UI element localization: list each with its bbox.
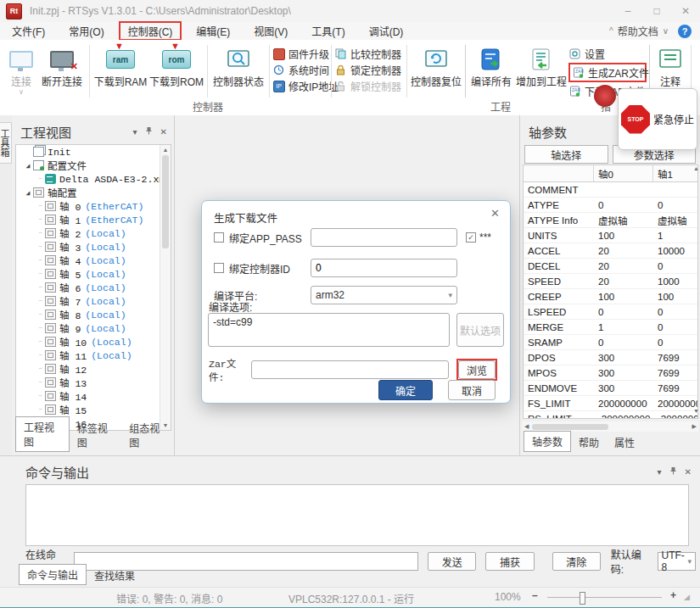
settings-button[interactable]: 设置: [568, 46, 647, 62]
controller-id-input[interactable]: [311, 259, 457, 277]
download-ram-button[interactable]: ▼ram 下载到RAM: [92, 43, 148, 99]
cancel-button[interactable]: 取消: [448, 380, 496, 400]
param-value[interactable]: 100: [594, 231, 653, 241]
compare-controller-button[interactable]: 比较控制器: [334, 46, 404, 62]
output-console[interactable]: [25, 484, 689, 546]
dialog-close-icon[interactable]: ✕: [490, 207, 500, 220]
app-pass-input[interactable]: [311, 228, 457, 247]
tab-find-results[interactable]: 查找结果: [87, 566, 143, 585]
tree-item-axis-10[interactable]: –轴 10(Local): [16, 335, 171, 349]
scrollbar-thumb[interactable]: [532, 424, 608, 430]
connect-button[interactable]: 连接 ∨: [5, 43, 37, 99]
panel-pin-icon[interactable]: [669, 466, 677, 477]
close-button[interactable]: ✕: [671, 0, 700, 22]
clear-button[interactable]: 清除: [552, 552, 601, 571]
download-rom-button[interactable]: ▼rom 下载到ROM: [148, 43, 204, 99]
tab-help[interactable]: 帮助: [571, 432, 607, 452]
compile-all-button[interactable]: 编译所有: [468, 43, 514, 99]
param-value[interactable]: 0: [653, 307, 698, 317]
param-value[interactable]: 200000000: [653, 399, 698, 409]
tree-item-axis-8[interactable]: –轴 8(Local): [16, 308, 171, 321]
table-scroll-up-icon[interactable]: ▲: [693, 165, 699, 171]
param-value[interactable]: 100: [594, 292, 653, 302]
send-button[interactable]: 发送: [428, 552, 476, 571]
capture-button[interactable]: 捕获: [485, 552, 534, 571]
param-value[interactable]: 300: [594, 353, 653, 363]
param-value[interactable]: 1: [653, 231, 698, 241]
tree-item-axis-2[interactable]: –轴 2(Local): [16, 226, 171, 240]
param-value[interactable]: -200000000: [653, 414, 698, 420]
resize-grip-icon[interactable]: ◢: [684, 593, 690, 601]
panel-dropdown-icon[interactable]: ▾: [658, 467, 662, 477]
system-time-button[interactable]: 系统时间: [272, 62, 328, 78]
tree-item-axis-11[interactable]: –轴 11(Local): [16, 349, 171, 362]
tree-item-axis-9[interactable]: –轴 9(Local): [16, 321, 171, 335]
app-pass-checkbox[interactable]: [214, 232, 224, 243]
emergency-stop-popup[interactable]: STOP 紧急停止: [618, 88, 697, 150]
ok-button[interactable]: 确定: [378, 380, 433, 400]
param-value[interactable]: 10000: [653, 246, 698, 256]
tree-item-axis-5[interactable]: –轴 5(Local): [16, 267, 171, 281]
controller-state-button[interactable]: 控制器状态: [210, 43, 266, 99]
modify-ip-button[interactable]: IP修改IP地址: [272, 78, 328, 94]
tab-project-view[interactable]: 工程视图: [15, 416, 70, 452]
param-value[interactable]: 虚拟轴: [653, 214, 698, 227]
tree-item-config[interactable]: ◢配置文件: [16, 159, 171, 172]
tree-item-axis-13[interactable]: –轴 13: [16, 376, 171, 389]
mask-checkbox[interactable]: ✓: [466, 232, 476, 243]
header-axis1[interactable]: 轴1: [653, 165, 698, 181]
param-value[interactable]: 0: [653, 261, 698, 271]
tree-item-axis-7[interactable]: –轴 7(Local): [16, 294, 171, 308]
tab-command-output[interactable]: 命令与输出: [19, 564, 87, 585]
param-value[interactable]: 0: [653, 337, 698, 348]
param-value[interactable]: 20: [594, 246, 653, 256]
disconnect-button[interactable]: ✕ 断开连接: [37, 43, 87, 99]
param-value[interactable]: 20: [594, 276, 653, 287]
expander-icon[interactable]: ◢: [23, 189, 33, 197]
tab-config-view[interactable]: 组态视图: [121, 418, 174, 452]
menu-edit[interactable]: 编辑(E): [184, 22, 242, 40]
scrollbar-thumb[interactable]: [162, 155, 169, 248]
zoom-in-button[interactable]: +: [670, 589, 676, 601]
menu-controller[interactable]: 控制器(C): [119, 21, 182, 41]
tree-item-axis-config[interactable]: ◢轴配置: [16, 186, 171, 199]
add-to-project-button[interactable]: 增加到工程: [514, 43, 568, 99]
menu-view[interactable]: 视图(V): [242, 22, 300, 40]
menu-file[interactable]: 文件(F): [0, 22, 57, 40]
emergency-stop-button-partial[interactable]: [594, 85, 616, 107]
panel-close-icon[interactable]: ✕: [685, 467, 692, 477]
tree-item-axis-14[interactable]: –轴 14: [16, 389, 171, 403]
lock-controller-button[interactable]: 锁定控制器: [334, 62, 404, 78]
expander-icon[interactable]: ◢: [23, 162, 33, 170]
encoding-select[interactable]: UTF-8 ▾: [658, 552, 697, 571]
compile-options-textarea[interactable]: -std=c99: [208, 313, 450, 347]
header-axis0[interactable]: 轴0: [594, 165, 653, 181]
axis-select-button[interactable]: 轴选择: [524, 145, 608, 164]
browse-button[interactable]: 浏览: [458, 360, 496, 379]
unlock-controller-button[interactable]: 解锁控制器: [334, 78, 404, 94]
maximize-button[interactable]: □: [642, 0, 671, 22]
zoom-slider-thumb[interactable]: [580, 592, 585, 605]
default-options-button[interactable]: 默认选项: [456, 313, 504, 347]
param-value[interactable]: 7699: [653, 383, 698, 393]
param-value[interactable]: 0: [653, 200, 698, 210]
menu-tools[interactable]: 工具(T): [300, 22, 356, 40]
param-value[interactable]: 1: [594, 322, 653, 332]
tree-scrollbar[interactable]: ▲▼: [160, 145, 171, 430]
ribbon-collapse-icon[interactable]: ^: [609, 26, 613, 36]
controller-id-checkbox[interactable]: [214, 263, 224, 273]
param-value[interactable]: 1000: [653, 276, 698, 287]
tree-item-init[interactable]: Init: [16, 145, 171, 159]
tree-item-axis-3[interactable]: –轴 3(Local): [16, 240, 171, 254]
param-value[interactable]: 100: [653, 292, 698, 302]
menu-common[interactable]: 常用(O): [57, 22, 115, 40]
tree-item-axis-6[interactable]: –轴 6(Local): [16, 281, 171, 294]
tree-item-xml[interactable]: –Delta ASDA-E3-2.xml: [16, 172, 171, 186]
param-value[interactable]: 7699: [653, 368, 698, 378]
controller-reset-button[interactable]: 控制器复位: [410, 43, 462, 99]
param-value[interactable]: 虚拟轴: [594, 214, 653, 227]
tree-item-axis-15[interactable]: –轴 15: [16, 403, 171, 416]
tab-axis-params[interactable]: 轴参数: [524, 431, 571, 452]
tab-label-view[interactable]: 标签视图: [70, 418, 122, 452]
param-value[interactable]: 7699: [653, 353, 698, 363]
